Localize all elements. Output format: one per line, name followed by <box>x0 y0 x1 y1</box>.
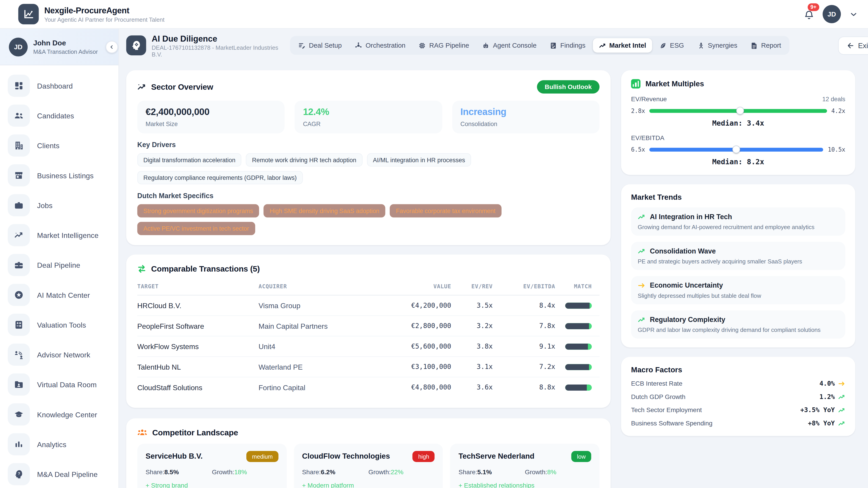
ev-revenue-row: EV/Revenue 12 deals <box>631 96 845 102</box>
trend-title: AI Integration in HR Tech <box>650 213 732 221</box>
sidebar-item-market-intelligence[interactable]: Market Intelligence <box>8 224 111 246</box>
cell-ev-ebitda: 7.2x <box>493 357 555 377</box>
macro-value: +3.5% YoY <box>800 406 845 414</box>
tab-findings[interactable]: Findings <box>544 38 591 53</box>
robot-icon <box>483 42 490 49</box>
star-circle-icon <box>8 284 30 306</box>
sidebar-item-advisor-network[interactable]: Advisor Network <box>8 344 111 366</box>
growth-label: Growth: <box>212 468 235 475</box>
metric-label: CAGR <box>303 121 434 127</box>
macro-label: Dutch GDP Growth <box>631 393 686 400</box>
tab-deal-setup[interactable]: Deal Setup <box>292 38 348 53</box>
sidebar-item-valuation-tools[interactable]: Valuation Tools <box>8 314 111 336</box>
key-drivers-heading: Key Drivers <box>137 141 599 149</box>
network-people-icon <box>8 344 30 366</box>
sidebar-nav: Dashboard Candidates Clients Business Li… <box>0 65 119 485</box>
tab-report[interactable]: Report <box>745 38 787 53</box>
sidebar-item-label: Analytics <box>37 440 66 449</box>
competitor-strength: + Strong brand <box>146 482 278 488</box>
key-driver-chip: Remote work driving HR tech adoption <box>246 153 362 166</box>
sidebar-item-ma-deal-pipeline[interactable]: ? M&A Deal Pipeline <box>8 463 111 485</box>
notifications-button[interactable]: 9+ <box>804 8 814 20</box>
slider-knob[interactable] <box>736 107 744 115</box>
trend-title: Economic Uncertainty <box>650 282 723 289</box>
competitor-card: ServiceHub B.V. medium Share:8.5% Growth… <box>137 444 286 488</box>
trend-head: Regulatory Complexity <box>638 316 839 324</box>
sidebar-item-virtual-data-room[interactable]: Virtual Data Room <box>8 373 111 396</box>
tab-synergies[interactable]: Synergies <box>691 38 743 53</box>
growth-label: Growth: <box>525 468 547 475</box>
bar-chart-icon <box>631 79 641 89</box>
card-title: Market Multiples <box>646 80 704 88</box>
threat-badge: medium <box>247 451 278 462</box>
tab-rag-pipeline[interactable]: RAG Pipeline <box>412 38 475 53</box>
comparable-transactions-card: Comparable Transactions (5) TARGET ACQUI… <box>126 255 611 408</box>
sidebar-item-candidates[interactable]: Candidates <box>8 105 111 127</box>
ev-ebitda-row: EV/EBITDA <box>631 134 845 141</box>
sidebar-item-jobs[interactable]: Jobs <box>8 194 111 217</box>
sidebar-item-label: Advisor Network <box>37 350 90 359</box>
sidebar-collapse-button[interactable] <box>106 41 118 53</box>
people-icon <box>8 105 30 127</box>
sidebar-item-ai-match-center[interactable]: AI Match Center <box>8 284 111 306</box>
tab-label: Synergies <box>708 41 737 49</box>
trend-up-icon <box>838 406 845 414</box>
growth-stat: Growth:22% <box>368 468 435 475</box>
list-edit-icon <box>298 42 306 49</box>
tab-orchestration[interactable]: Orchestration <box>349 38 412 53</box>
dutch-specific-chip: Active PE/VC investment in tech sector <box>137 222 255 235</box>
sidebar-item-analytics[interactable]: Analytics <box>8 433 111 455</box>
share-value: 5.1% <box>477 468 492 475</box>
ev-ebitda-slider: 6.5x 10.5x <box>631 146 845 153</box>
macro-row: Business Software Spending +8% YoY <box>631 419 845 427</box>
macro-value-text: +8% YoY <box>808 419 835 427</box>
multiple-label: EV/Revenue <box>631 96 667 102</box>
growth-stat: Growth:18% <box>212 468 278 475</box>
sector-overview-card: Sector Overview Bullish Outlook €2,400,0… <box>126 70 611 245</box>
deal-tabs: Deal Setup Orchestration RAG Pipeline Ag… <box>290 36 789 55</box>
cell-value: €2,800,000 <box>391 316 451 336</box>
chevron-down-icon[interactable] <box>849 10 858 19</box>
tab-agent-console[interactable]: Agent Console <box>476 38 542 53</box>
left-column: Sector Overview Bullish Outlook €2,400,0… <box>126 70 611 488</box>
exit-button[interactable]: Exit <box>838 36 868 55</box>
macro-value: 1.2% <box>819 393 845 400</box>
cell-ev-rev: 3.5x <box>451 295 493 316</box>
dutch-specifics-heading: Dutch Market Specifics <box>137 192 599 200</box>
trend-title: Regulatory Complexity <box>650 316 725 324</box>
dutch-specific-chip: Favorable corporate tax environment <box>390 204 502 218</box>
sidebar-item-label: Market Intelligence <box>37 231 98 239</box>
share-label: Share: <box>302 468 321 475</box>
growth-stat: Growth:8% <box>525 468 591 475</box>
transactions-header: Comparable Transactions (5) <box>137 265 599 273</box>
metric-label: Market Size <box>146 121 276 127</box>
metric-label: Consolidation <box>460 121 591 127</box>
cell-value: €4,200,000 <box>391 295 451 316</box>
sidebar-item-knowledge-center[interactable]: Knowledge Center <box>8 403 111 425</box>
graduation-cap-icon <box>8 403 30 425</box>
sidebar-item-deal-pipeline[interactable]: Deal Pipeline <box>8 254 111 276</box>
growth-value: 8% <box>547 468 557 475</box>
share-label: Share: <box>459 468 477 475</box>
tab-esg[interactable]: ESG <box>653 38 690 53</box>
sidebar-item-clients[interactable]: Clients <box>8 134 111 157</box>
user-avatar[interactable]: JD <box>823 5 841 23</box>
market-multiples-header: Market Multiples <box>631 79 845 89</box>
sector-metrics: €2,400,000,000 Market Size 12.4% CAGR In… <box>137 101 599 133</box>
metric-cagr: 12.4% CAGR <box>295 101 442 133</box>
sidebar-item-dashboard[interactable]: Dashboard <box>8 75 111 97</box>
share-stat: Share:5.1% <box>459 468 525 475</box>
macro-factors-card: Macro Factors ECB Interest Rate 4.0% Dut… <box>621 357 855 436</box>
trend-description: PE and strategic buyers actively acquiri… <box>638 258 839 264</box>
app-root: Nexgile-ProcureAgent Your Agentic AI Par… <box>0 0 868 488</box>
sidebar-item-business-listings[interactable]: Business Listings <box>8 164 111 186</box>
trend-line-icon <box>8 224 30 246</box>
share-stat: Share:6.2% <box>302 468 368 475</box>
sidebar-user-avatar: JD <box>9 37 28 56</box>
tab-market-intel[interactable]: Market Intel <box>593 38 652 53</box>
deal-id: DEAL-1767101132878 - MarketLeader Indust… <box>152 44 290 57</box>
trend-up-icon <box>599 42 606 49</box>
svg-text:?: ? <box>18 471 20 476</box>
macro-value: +8% YoY <box>808 419 845 427</box>
slider-knob[interactable] <box>733 145 740 153</box>
